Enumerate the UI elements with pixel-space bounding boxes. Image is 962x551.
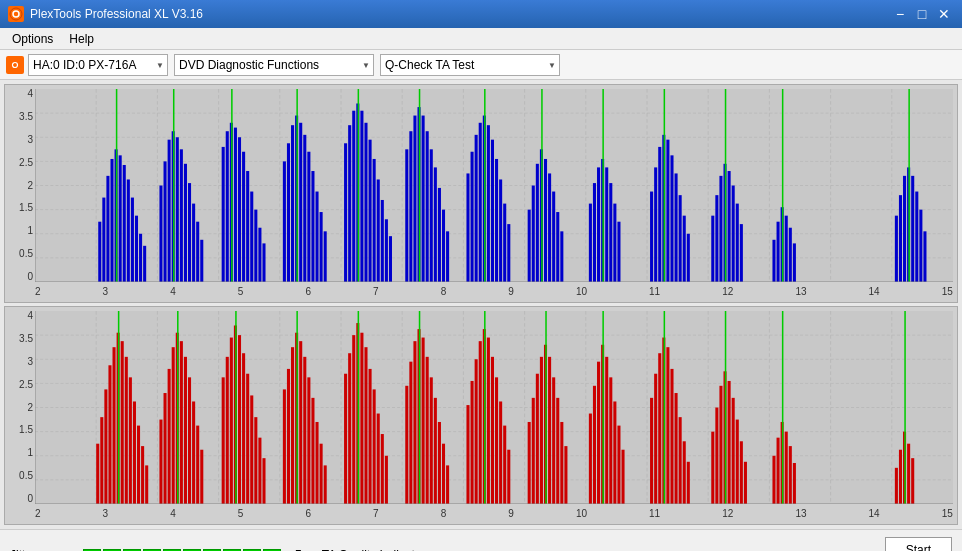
svg-rect-198	[133, 401, 136, 504]
svg-rect-241	[352, 335, 355, 504]
svg-rect-91	[422, 116, 425, 282]
y-label-2: 2	[5, 181, 33, 191]
svg-rect-113	[536, 164, 539, 282]
svg-rect-26	[102, 198, 105, 282]
svg-rect-155	[793, 243, 796, 282]
svg-rect-321	[789, 446, 792, 504]
svg-rect-273	[507, 450, 510, 504]
titlebar: PlexTools Professional XL V3.16 − □ ✕	[0, 0, 962, 28]
svg-rect-284	[564, 446, 567, 504]
svg-rect-135	[670, 155, 673, 282]
svg-rect-116	[548, 173, 551, 282]
svg-rect-43	[180, 149, 183, 282]
y-label-4: 4	[5, 89, 33, 99]
svg-rect-138	[683, 216, 686, 282]
svg-rect-225	[262, 458, 265, 504]
drive-select[interactable]: HA:0 ID:0 PX-716A	[28, 54, 168, 76]
svg-rect-239	[344, 374, 347, 504]
svg-rect-111	[528, 210, 531, 282]
svg-rect-278	[540, 357, 543, 504]
svg-rect-270	[495, 377, 498, 504]
svg-rect-300	[666, 347, 669, 504]
svg-rect-151	[777, 222, 780, 282]
svg-rect-67	[303, 135, 306, 282]
svg-rect-276	[532, 398, 535, 504]
by-label-1: 1	[5, 448, 33, 458]
svg-rect-97	[446, 231, 449, 282]
svg-rect-231	[299, 341, 302, 504]
svg-rect-75	[348, 125, 351, 282]
svg-rect-257	[430, 377, 433, 504]
svg-rect-317	[772, 456, 775, 504]
svg-rect-93	[430, 149, 433, 282]
svg-rect-137	[679, 195, 682, 282]
by-label-2: 2	[5, 403, 33, 413]
svg-rect-50	[222, 147, 225, 282]
jitter-metric: Jitter: 5	[10, 548, 302, 552]
svg-rect-108	[503, 204, 506, 282]
action-buttons: Start i	[885, 537, 952, 552]
svg-rect-234	[311, 398, 314, 504]
svg-rect-101	[475, 135, 478, 282]
svg-rect-150	[772, 240, 775, 282]
y-label-05: 0.5	[5, 249, 33, 259]
svg-rect-63	[287, 143, 290, 282]
svg-rect-100	[471, 152, 474, 282]
svg-rect-32	[127, 179, 130, 282]
titlebar-left: PlexTools Professional XL V3.16	[8, 6, 203, 22]
svg-rect-228	[287, 369, 290, 504]
svg-rect-147	[736, 204, 739, 282]
test-select-wrapper[interactable]: Q-Check TA Test	[380, 54, 560, 76]
close-button[interactable]: ✕	[934, 4, 954, 24]
start-button[interactable]: Start	[885, 537, 952, 552]
svg-rect-219	[238, 335, 241, 504]
bottom-chart: 0 0.5 1 1.5 2 2.5 3 3.5 4	[4, 306, 958, 525]
svg-rect-240	[348, 353, 351, 504]
bottom-chart-svg	[35, 311, 953, 504]
svg-rect-255	[422, 338, 425, 504]
function-select[interactable]: DVD Diagnostic Functions	[174, 54, 374, 76]
quality-section: TA Quality Indicator: Excellent	[322, 548, 429, 552]
svg-rect-229	[291, 347, 294, 504]
test-select[interactable]: Q-Check TA Test	[380, 54, 560, 76]
svg-rect-212	[196, 426, 199, 504]
svg-rect-33	[131, 198, 134, 282]
svg-rect-106	[495, 159, 498, 282]
svg-rect-217	[230, 338, 233, 504]
svg-rect-315	[744, 462, 747, 504]
svg-rect-96	[442, 210, 445, 282]
svg-rect-70	[316, 192, 319, 282]
y-label-15: 1.5	[5, 203, 33, 213]
svg-rect-44	[184, 164, 187, 282]
function-select-wrapper[interactable]: DVD Diagnostic Functions	[174, 54, 374, 76]
svg-rect-328	[911, 458, 914, 504]
svg-rect-88	[409, 131, 412, 282]
svg-rect-246	[373, 389, 376, 504]
svg-rect-132	[658, 147, 661, 282]
jitter-value: 5	[295, 548, 302, 552]
drive-select-wrapper[interactable]: HA:0 ID:0 PX-716A	[28, 54, 168, 76]
svg-rect-210	[188, 377, 191, 504]
menu-help[interactable]: Help	[61, 30, 102, 48]
menu-options[interactable]: Options	[4, 30, 61, 48]
svg-rect-271	[499, 401, 502, 504]
svg-rect-76	[352, 111, 355, 282]
svg-rect-287	[593, 386, 596, 504]
svg-rect-128	[617, 222, 620, 282]
svg-rect-211	[192, 401, 195, 504]
svg-rect-209	[184, 357, 187, 504]
svg-rect-146	[732, 186, 735, 283]
svg-rect-54	[238, 137, 241, 282]
svg-rect-107	[499, 179, 502, 282]
svg-rect-312	[732, 398, 735, 504]
minimize-button[interactable]: −	[890, 4, 910, 24]
by-label-25: 2.5	[5, 380, 33, 390]
svg-rect-196	[125, 357, 128, 504]
svg-rect-25	[98, 222, 101, 282]
svg-rect-74	[344, 143, 347, 282]
maximize-button[interactable]: □	[912, 4, 932, 24]
bottom-chart-inner	[35, 311, 953, 504]
svg-rect-95	[438, 188, 441, 282]
svg-rect-46	[192, 204, 195, 282]
svg-rect-248	[381, 434, 384, 504]
